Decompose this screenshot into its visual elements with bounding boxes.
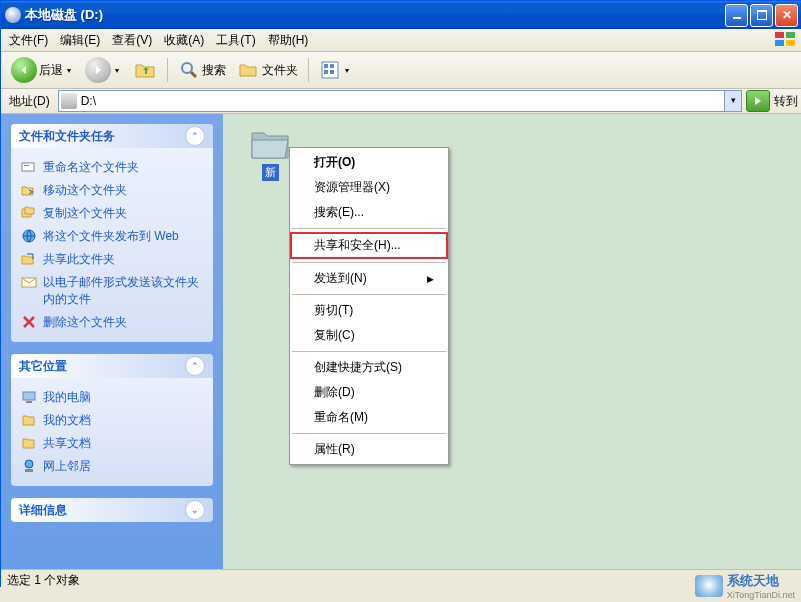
go-button[interactable]	[746, 90, 770, 112]
forward-arrow-icon	[85, 57, 111, 83]
my-computer-link[interactable]: 我的电脑	[21, 386, 203, 409]
back-label: 后退	[39, 62, 63, 79]
svg-line-5	[191, 72, 196, 77]
ctx-copy[interactable]: 复制(C)	[290, 323, 448, 348]
forward-button[interactable]: ▾	[81, 55, 125, 85]
ctx-properties[interactable]: 属性(R)	[290, 437, 448, 462]
delete-folder-link[interactable]: 删除这个文件夹	[21, 311, 203, 334]
svg-rect-1	[786, 32, 795, 38]
email-folder-link[interactable]: 以电子邮件形式发送该文件夹内的文件	[21, 271, 203, 311]
delete-icon	[21, 314, 37, 330]
address-label: 地址(D)	[5, 93, 54, 110]
share-icon	[21, 251, 37, 267]
shared-documents-link[interactable]: 共享文档	[21, 432, 203, 455]
watermark-sub: XiTongTianDi.net	[727, 590, 795, 600]
ctx-explorer[interactable]: 资源管理器(X)	[290, 175, 448, 200]
share-folder-link[interactable]: 共享此文件夹	[21, 248, 203, 271]
toolbar-separator	[308, 58, 309, 82]
publish-folder-link[interactable]: 将这个文件夹发布到 Web	[21, 225, 203, 248]
minimize-button[interactable]	[725, 4, 748, 27]
svg-rect-9	[324, 70, 328, 74]
submenu-arrow-icon: ▶	[427, 274, 434, 284]
back-button[interactable]: 后退 ▾	[7, 55, 77, 85]
go-label: 转到	[774, 93, 798, 110]
ctx-sharing-security[interactable]: 共享和安全(H)...	[290, 232, 448, 259]
statusbar: 选定 1 个对象	[1, 569, 801, 590]
sidebar: 文件和文件夹任务 ⌃ 重命名这个文件夹 移动这个文件夹 复制这个文件夹 将这个文…	[1, 114, 223, 569]
chevron-up-icon: ⌃	[185, 126, 205, 146]
watermark: 系统天地 XiTongTianDi.net	[695, 572, 795, 600]
rename-folder-link[interactable]: 重命名这个文件夹	[21, 156, 203, 179]
places-panel-header[interactable]: 其它位置 ⌃	[11, 354, 213, 378]
menu-tools[interactable]: 工具(T)	[210, 30, 261, 51]
menubar: 文件(F) 编辑(E) 查看(V) 收藏(A) 工具(T) 帮助(H)	[1, 29, 801, 52]
chevron-down-icon: ▾	[113, 66, 121, 75]
shared-folder-icon	[21, 435, 37, 451]
windows-flag-icon	[774, 31, 798, 47]
svg-rect-2	[775, 40, 784, 46]
ctx-cut[interactable]: 剪切(T)	[290, 298, 448, 323]
ctx-create-shortcut[interactable]: 创建快捷方式(S)	[290, 355, 448, 380]
folder-icon	[249, 126, 291, 162]
ctx-open[interactable]: 打开(O)	[290, 150, 448, 175]
svg-rect-11	[22, 163, 34, 171]
watermark-icon	[695, 575, 723, 597]
search-button[interactable]: 搜索	[174, 57, 230, 83]
ctx-separator	[292, 228, 446, 229]
svg-rect-16	[26, 401, 32, 403]
search-icon	[178, 59, 200, 81]
ctx-rename[interactable]: 重命名(M)	[290, 405, 448, 430]
folder-name: 新	[262, 164, 279, 181]
drive-icon	[5, 7, 21, 23]
panel-title: 文件和文件夹任务	[19, 128, 115, 145]
panel-title: 详细信息	[19, 502, 67, 519]
tasks-panel-body: 重命名这个文件夹 移动这个文件夹 复制这个文件夹 将这个文件夹发布到 Web 共…	[11, 148, 213, 342]
up-button[interactable]	[129, 56, 161, 84]
ctx-send-to[interactable]: 发送到(N)▶	[290, 266, 448, 291]
ctx-separator	[292, 262, 446, 263]
search-label: 搜索	[202, 62, 226, 79]
menu-favorites[interactable]: 收藏(A)	[158, 30, 210, 51]
svg-rect-10	[330, 70, 334, 74]
folders-button[interactable]: 文件夹	[234, 57, 302, 83]
window-control-buttons: ✕	[725, 4, 798, 27]
network-places-link[interactable]: 网上邻居	[21, 455, 203, 478]
move-folder-link[interactable]: 移动这个文件夹	[21, 179, 203, 202]
places-panel-body: 我的电脑 我的文档 共享文档 网上邻居	[11, 378, 213, 486]
ctx-delete[interactable]: 删除(D)	[290, 380, 448, 405]
rename-icon	[21, 159, 37, 175]
ctx-separator	[292, 294, 446, 295]
svg-rect-18	[25, 469, 33, 472]
network-icon	[21, 458, 37, 474]
views-button[interactable]: ▾	[315, 57, 355, 83]
copy-folder-link[interactable]: 复制这个文件夹	[21, 202, 203, 225]
my-documents-link[interactable]: 我的文档	[21, 409, 203, 432]
folders-icon	[238, 59, 260, 81]
svg-rect-0	[775, 32, 784, 38]
menu-edit[interactable]: 编辑(E)	[54, 30, 106, 51]
details-panel-header[interactable]: 详细信息 ⌄	[11, 498, 213, 522]
titlebar[interactable]: 本地磁盘 (D:) ✕	[1, 1, 801, 29]
close-button[interactable]: ✕	[775, 4, 798, 27]
address-dropdown[interactable]: ▾	[724, 91, 741, 111]
chevron-down-icon: ▾	[65, 66, 73, 75]
copy-icon	[21, 205, 37, 221]
window-title: 本地磁盘 (D:)	[25, 6, 725, 24]
menu-help[interactable]: 帮助(H)	[262, 30, 315, 51]
panel-title: 其它位置	[19, 358, 67, 375]
status-text: 选定 1 个对象	[7, 572, 80, 589]
toolbar: 后退 ▾ ▾ 搜索 文件夹 ▾	[1, 52, 801, 89]
menu-file[interactable]: 文件(F)	[3, 30, 54, 51]
svg-rect-15	[23, 392, 35, 400]
chevron-up-icon: ⌃	[185, 356, 205, 376]
svg-rect-8	[330, 64, 334, 68]
menu-view[interactable]: 查看(V)	[106, 30, 158, 51]
tasks-panel-header[interactable]: 文件和文件夹任务 ⌃	[11, 124, 213, 148]
svg-rect-12	[24, 165, 29, 166]
address-input[interactable]: D:\ ▾	[58, 90, 742, 112]
maximize-button[interactable]	[750, 4, 773, 27]
chevron-down-icon: ▾	[343, 66, 351, 75]
folder-up-icon	[133, 58, 157, 82]
ctx-separator	[292, 351, 446, 352]
ctx-search[interactable]: 搜索(E)...	[290, 200, 448, 225]
